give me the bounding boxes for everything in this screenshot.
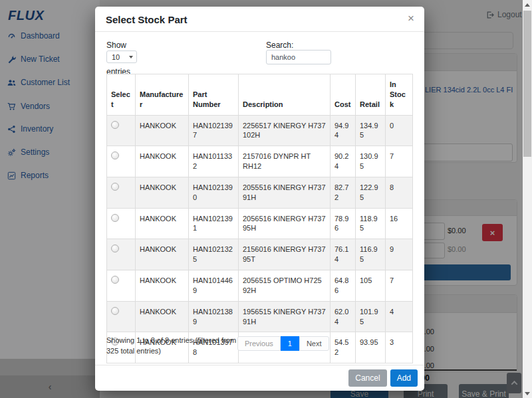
select-part-radio[interactable]	[111, 245, 119, 252]
cell-retail: 116.95	[356, 239, 386, 270]
table-row: HANKOOK HAN1021397 2256517 KINERGY H737 …	[107, 115, 413, 146]
table-row: HANKOOK HAN1021391 2056516 KINERGY H737 …	[107, 208, 413, 239]
select-part-radio[interactable]	[111, 214, 119, 222]
cell-select	[107, 301, 136, 332]
cell-manufacturer: HANKOOK	[136, 270, 189, 301]
cell-cost: 54.52	[331, 332, 356, 363]
cell-retail: 118.95	[356, 208, 386, 239]
cell-select	[107, 239, 136, 270]
cell-manufacturer: HANKOOK	[136, 177, 189, 208]
cell-select	[107, 270, 136, 301]
cell-select	[107, 177, 136, 208]
cell-manufacturer: HANKOOK	[136, 115, 189, 146]
add-button[interactable]: Add	[390, 369, 418, 387]
cell-in-stock: 16	[386, 208, 413, 239]
table-row: HANKOOK HAN1021325 2156016 KINERGY H737 …	[107, 239, 413, 270]
cell-retail: 130.95	[356, 146, 386, 177]
cell-in-stock: 0	[386, 115, 413, 146]
scrollbar[interactable]	[523, 0, 532, 398]
cell-part-number: HAN1014469	[189, 270, 239, 301]
cell-retail: 101.95	[356, 301, 386, 332]
cell-part-number: HAN1021389	[189, 301, 239, 332]
search-label: Search:	[266, 41, 293, 50]
close-icon[interactable]: ×	[408, 13, 414, 24]
cell-retail: 134.95	[356, 115, 386, 146]
cell-in-stock: 3	[386, 332, 413, 363]
scrollbar-down-arrow[interactable]	[523, 389, 532, 398]
col-header-select: Select	[107, 74, 136, 116]
col-header-retail: Retail	[356, 74, 386, 116]
app-root: FLUX Dashboard New Ticket Customer List …	[0, 0, 532, 398]
pagination-previous[interactable]: Previous	[237, 336, 281, 351]
col-header-cost: Cost	[331, 74, 356, 116]
modal-title: Select Stock Part	[106, 14, 188, 25]
cell-description: 2056516 KINERGY H737 95H	[239, 208, 331, 239]
select-part-radio[interactable]	[111, 276, 119, 284]
cell-select	[107, 146, 136, 177]
triangle-up-icon	[525, 3, 530, 7]
cell-description: 2156016 KINERGY H737 95T	[239, 239, 331, 270]
select-part-radio[interactable]	[111, 183, 119, 191]
cancel-button[interactable]: Cancel	[348, 369, 386, 387]
table-row: HANKOOK HAN1014469 2056515 OPTIMO H725 9…	[107, 270, 413, 301]
table-header-row: Select Manufacturer Part Number Descript…	[107, 74, 413, 116]
cell-part-number: HAN1021325	[189, 239, 239, 270]
cell-description: 1956515 KINERGY H737 91H	[239, 301, 331, 332]
select-part-radio[interactable]	[111, 121, 119, 129]
show-label: Show	[106, 41, 126, 50]
col-header-in-stock: In Stock	[386, 74, 413, 116]
cell-in-stock: 4	[386, 301, 413, 332]
cell-manufacturer: HANKOOK	[136, 301, 189, 332]
select-part-radio[interactable]	[111, 151, 119, 159]
page-size-select[interactable]: 10	[106, 50, 137, 63]
triangle-down-icon	[525, 392, 530, 395]
modal-header: Select Stock Part ×	[95, 7, 424, 32]
cell-in-stock: 7	[386, 146, 413, 177]
col-header-description: Description	[239, 74, 331, 116]
modal-footer: Cancel Add	[95, 365, 424, 391]
cell-description: 2055516 KINERGY H737 91H	[239, 177, 331, 208]
pagination-page-1[interactable]: 1	[281, 336, 299, 351]
page-size-value: 10	[112, 53, 120, 61]
cell-cost: 82.72	[331, 177, 356, 208]
cell-retail: 93.95	[356, 332, 386, 363]
cell-part-number: HAN1021391	[189, 208, 239, 239]
search-input[interactable]	[266, 50, 331, 64]
table-info-text: Showing 1 to 8 of 8 entries (filtered fr…	[106, 336, 243, 357]
col-header-manufacturer: Manufacturer	[136, 74, 189, 116]
cell-cost: 62.04	[331, 301, 356, 332]
table-row: HANKOOK HAN1021390 2055516 KINERGY H737 …	[107, 177, 413, 208]
cell-retail: 122.95	[356, 177, 386, 208]
select-stock-part-modal: Select Stock Part × Show 10 entries Sear…	[95, 7, 424, 391]
stock-parts-table: Select Manufacturer Part Number Descript…	[106, 74, 413, 363]
cell-retail: 105	[356, 270, 386, 301]
table-row: HANKOOK HAN1011332 2157016 DYNPR HT RH12…	[107, 146, 413, 177]
select-part-radio[interactable]	[111, 307, 119, 315]
cell-part-number: HAN1021390	[189, 177, 239, 208]
cell-cost: 76.14	[331, 239, 356, 270]
caret-down-icon	[129, 56, 133, 58]
cell-manufacturer: HANKOOK	[136, 146, 189, 177]
cell-cost: 90.24	[331, 146, 356, 177]
scrollbar-thumb[interactable]	[523, 11, 531, 157]
cell-description: 2157016 DYNPR HT RH12	[239, 146, 331, 177]
cell-manufacturer: HANKOOK	[136, 239, 189, 270]
cell-cost: 94.94	[331, 115, 356, 146]
cell-in-stock: 8	[386, 177, 413, 208]
cell-manufacturer: HANKOOK	[136, 208, 189, 239]
cell-part-number: HAN1011332	[189, 146, 239, 177]
cell-in-stock: 7	[386, 270, 413, 301]
cell-description: 2256517 KINERGY H737 102H	[239, 115, 331, 146]
cell-in-stock: 9	[386, 239, 413, 270]
pagination: Previous 1 Next	[237, 336, 329, 351]
table-row: HANKOOK HAN1021389 1956515 KINERGY H737 …	[107, 301, 413, 332]
pagination-next[interactable]: Next	[299, 336, 329, 351]
cell-select	[107, 208, 136, 239]
cell-select	[107, 115, 136, 146]
cell-part-number: HAN1021397	[189, 115, 239, 146]
cell-cost: 78.96	[331, 208, 356, 239]
cell-cost: 64.86	[331, 270, 356, 301]
scrollbar-up-arrow[interactable]	[523, 0, 532, 9]
cell-description: 2056515 OPTIMO H725 92H	[239, 270, 331, 301]
col-header-part-number: Part Number	[189, 74, 239, 116]
